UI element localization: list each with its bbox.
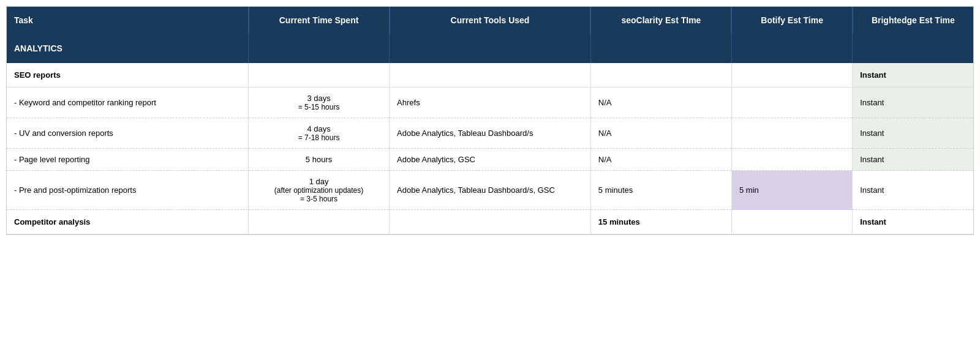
section-tools-analytics xyxy=(390,34,591,63)
header-row: Task Current Time Spent Current Tools Us… xyxy=(7,7,973,34)
time-main-page-level: 5 hours xyxy=(256,155,382,164)
brightedge-pre-post-optimization: Instant xyxy=(853,171,973,210)
brightedge-uv-conversion: Instant xyxy=(853,118,973,149)
main-table-wrapper: Task Current Time Spent Current Tools Us… xyxy=(6,6,974,235)
section-label-analytics: ANALYTICS xyxy=(7,34,249,63)
task-keyword-ranking: - Keyword and competitor ranking report xyxy=(7,88,249,118)
seoclarity-keyword-ranking: N/A xyxy=(590,88,731,118)
time-keyword-ranking: 3 days = 5-15 hours xyxy=(249,88,390,118)
row-page-level: - Page level reporting 5 hours Adobe Ana… xyxy=(7,149,973,171)
brightedge-keyword-ranking: Instant xyxy=(853,88,973,118)
time-main-uv-conversion: 4 days xyxy=(256,124,382,133)
brightedge-page-level: Instant xyxy=(853,149,973,171)
col-header-brightedge: Brightedge Est Time xyxy=(853,7,973,34)
category-time-competitor xyxy=(249,210,390,234)
time-uv-conversion: 4 days = 7-18 hours xyxy=(249,118,390,149)
time-page-level: 5 hours xyxy=(249,149,390,171)
comparison-table: Task Current Time Spent Current Tools Us… xyxy=(7,7,973,234)
section-botify-analytics xyxy=(731,34,852,63)
category-label-competitor: Competitor analysis xyxy=(7,210,249,234)
category-seoclarity-competitor: 15 minutes xyxy=(590,210,731,234)
category-seoclarity-seo-reports xyxy=(590,63,731,88)
task-page-level: - Page level reporting xyxy=(7,149,249,171)
category-tools-competitor xyxy=(390,210,591,234)
seoclarity-pre-post-optimization: 5 minutes xyxy=(590,171,731,210)
time-main-keyword-ranking: 3 days xyxy=(256,94,382,103)
tools-uv-conversion: Adobe Analytics, Tableau Dashboard/s xyxy=(390,118,591,149)
row-uv-conversion: - UV and conversion reports 4 days = 7-1… xyxy=(7,118,973,149)
category-row-seo-reports: SEO reports Instant xyxy=(7,63,973,88)
category-label-seo-reports: SEO reports xyxy=(7,63,249,88)
time-sub-keyword-ranking: = 5-15 hours xyxy=(256,103,382,111)
time-pre-post-optimization: 1 day (after optimization updates) = 3-5… xyxy=(249,171,390,210)
col-header-tools: Current Tools Used xyxy=(390,7,591,34)
tools-page-level: Adobe Analytics, GSC xyxy=(390,149,591,171)
botify-page-level xyxy=(731,149,852,171)
category-tools-seo-reports xyxy=(390,63,591,88)
time-sub-pre-post: (after optimization updates) = 3-5 hours xyxy=(256,186,382,203)
seoclarity-page-level: N/A xyxy=(590,149,731,171)
time-main-pre-post: 1 day xyxy=(256,177,382,186)
section-time-analytics xyxy=(249,34,390,63)
task-uv-conversion: - UV and conversion reports xyxy=(7,118,249,149)
row-keyword-ranking: - Keyword and competitor ranking report … xyxy=(7,88,973,118)
botify-uv-conversion xyxy=(731,118,852,149)
category-row-competitor-analysis: Competitor analysis 15 minutes Instant xyxy=(7,210,973,234)
time-sub-uv-conversion: = 7-18 hours xyxy=(256,133,382,142)
category-botify-seo-reports xyxy=(731,63,852,88)
col-header-botify: Botify Est Time xyxy=(731,7,852,34)
tools-pre-post-optimization: Adobe Analytics, Tableau Dashboard/s, GS… xyxy=(390,171,591,210)
botify-pre-post-optimization: 5 min xyxy=(731,171,852,210)
category-brightedge-seo-reports: Instant xyxy=(853,63,973,88)
section-header-analytics: ANALYTICS xyxy=(7,34,973,63)
category-brightedge-competitor: Instant xyxy=(853,210,973,234)
col-header-seoclarity: seoClarity Est TIme xyxy=(590,7,731,34)
row-pre-post-optimization: - Pre and post-optimization reports 1 da… xyxy=(7,171,973,210)
col-header-task: Task xyxy=(7,7,249,34)
task-pre-post-optimization: - Pre and post-optimization reports xyxy=(7,171,249,210)
section-brightedge-analytics xyxy=(853,34,973,63)
botify-keyword-ranking xyxy=(731,88,852,118)
category-botify-competitor xyxy=(731,210,852,234)
section-seoclarity-analytics xyxy=(590,34,731,63)
col-header-time-spent: Current Time Spent xyxy=(249,7,390,34)
seoclarity-uv-conversion: N/A xyxy=(590,118,731,149)
category-time-seo-reports xyxy=(249,63,390,88)
tools-keyword-ranking: Ahrefs xyxy=(390,88,591,118)
